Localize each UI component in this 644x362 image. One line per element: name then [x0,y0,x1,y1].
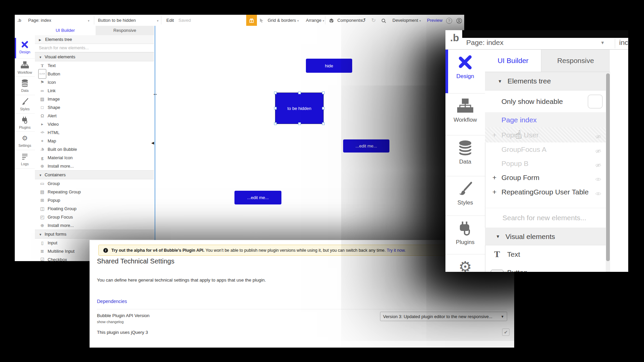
page-selector-caret[interactable]: ▼ [600,40,605,45]
canvas-button-to-be-hidden[interactable]: to be hidden [275,93,324,124]
selection-handle[interactable] [298,122,301,125]
sidebar-item-plugins[interactable]: Plugins [445,216,485,254]
api-version-dropdown[interactable]: ▼ Version 3: Updated plugin editor to th… [380,312,507,321]
selection-handle[interactable] [274,107,277,110]
element-selector-caret[interactable]: ▾ [157,15,159,26]
eye-icon[interactable] [595,175,601,183]
tree-row-page-index[interactable]: Page index [485,112,606,127]
sidebar-item-settings[interactable]: ⚙Settings [15,131,35,150]
tab-responsive[interactable]: Responsive [96,26,154,35]
palette-item-icon[interactable]: ⚑Icon [35,78,154,86]
selection-handle[interactable] [298,92,301,94]
palette-item-popup[interactable]: ⊞Popup [35,196,154,204]
tree-row-popup-b[interactable]: Popup B [485,157,606,171]
help-icon[interactable]: ? [446,15,452,26]
sidebar-item-workflow[interactable]: Workflow [445,93,485,135]
sidebar-item-data[interactable]: Data [15,76,35,95]
grid-borders-menu[interactable]: Grid & borders ▾ [268,15,299,26]
gift-button[interactable] [246,15,257,26]
scrollbar-thumb[interactable] [606,73,610,261]
elements-tree-toggle[interactable]: ▼ Elements tree [485,72,606,90]
selection-handle[interactable] [322,107,325,110]
pointer-tool[interactable] [260,15,264,26]
arrange-menu[interactable]: Arrange ▾ [306,15,324,26]
eye-icon[interactable] [595,189,601,197]
preview-button[interactable]: Preview [427,15,442,26]
palette-item-image[interactable]: ▨Image [35,95,154,103]
eye-slash-icon[interactable] [595,147,601,155]
sidebar-item-design[interactable]: Design [445,50,485,94]
edit-menu[interactable]: Edit [166,15,174,26]
section-header-containers[interactable]: ▼Containers [35,170,154,179]
selection-handle[interactable] [274,92,277,94]
palette-item-material-icon[interactable]: gMaterial Icon [35,154,154,162]
expand-plus-icon[interactable]: + [492,131,496,139]
sidebar-item-styles[interactable]: Styles [15,95,35,114]
tree-row-repeatinggroup-user-table[interactable]: +RepeatingGroup User Table [485,185,606,199]
palette-item-floating-group[interactable]: ◫Floating Group [35,204,154,213]
tab-ui-builder[interactable]: UI Builder [485,50,541,72]
palette-item-group-focus[interactable]: ◰Group Focus [35,213,154,221]
selection-handle[interactable] [322,122,325,125]
tab-ui-builder[interactable]: UI Builder [35,26,96,35]
expand-plus-icon[interactable]: + [492,188,496,196]
tab-responsive[interactable]: Responsive [541,50,610,72]
palette-item-repeating-group[interactable]: ▤Repeating Group [35,188,154,196]
eye-slash-icon[interactable] [595,161,601,169]
palette-item-video[interactable]: ►Video [35,120,154,128]
palette-item-text[interactable]: TText [35,61,154,70]
palette-item-install-more[interactable]: ⊕Install more... [35,221,154,230]
palette-item-button[interactable]: CLICKButton [485,263,606,272]
sidebar-item-settings[interactable]: ⚙ [445,254,485,272]
palette-item-text[interactable]: TText [485,245,606,263]
redo-icon[interactable]: ↻ [371,15,376,26]
canvas-button-edit-me[interactable]: ...edit me... [234,191,281,204]
expand-plus-icon[interactable]: + [492,174,496,182]
design-canvas[interactable]: ↔ hideto be hidden...edit me......edit m… [154,26,464,261]
user-avatar-icon[interactable] [456,15,462,26]
elements-tree-toggle[interactable]: ▶ Elements tree [35,35,154,44]
search-input[interactable]: Search for new elements... [35,44,154,52]
palette-item-html[interactable]: </>HTML [35,128,154,137]
sidebar-item-design[interactable]: Design [15,38,35,59]
page-selector-caret[interactable]: ▾ [88,15,90,26]
palette-item-built-on-bubble[interactable]: .bBuilt on Bubble [35,145,154,154]
palette-item-install-more[interactable]: ⊕Install more... [35,162,154,170]
selection-handle[interactable] [322,92,325,94]
canvas-button-edit-me[interactable]: ...edit me... [343,139,389,153]
palette-item-shape[interactable]: □Shape [35,103,154,112]
tree-row-popup-user[interactable]: +Popup User [485,127,606,142]
search-input[interactable]: Search for new elements... [485,208,606,228]
undo-icon[interactable]: ↺ [361,15,366,26]
page-selector[interactable]: Page: index [466,39,503,47]
jquery-checkbox[interactable]: ✔ [502,328,509,336]
sidebar-item-workflow[interactable]: Workflow [15,58,35,77]
palette-item-button[interactable]: CLICKButton [35,70,154,78]
canvas-button-hide[interactable]: hide [306,59,352,73]
selection-handle[interactable] [274,122,277,125]
sidebar-item-data[interactable]: Data [445,135,485,176]
element-selector[interactable]: Button to be hidden [98,15,136,26]
visual-elements-header[interactable]: ▼ Visual elements [485,228,606,245]
page-selector[interactable]: Page: index [28,15,51,26]
tree-row-group-form[interactable]: +Group Form [485,171,606,185]
components-button[interactable]: Components [329,15,362,26]
sidebar-item-plugins[interactable]: Plugins [15,113,35,132]
panel-collapse-icon[interactable]: ◀ [151,141,154,145]
palette-item-alert[interactable]: ΩAlert [35,112,154,120]
environment-selector[interactable]: Development ▾ [392,15,421,26]
scrollbar[interactable] [606,72,610,272]
section-header-visual-elements[interactable]: ▼Visual elements [35,52,154,61]
eye-slash-icon[interactable] [595,132,601,140]
section-header-input-forms[interactable]: ▼Input forms [35,230,154,239]
only-show-hideable-checkbox[interactable] [588,95,603,109]
palette-item-group[interactable]: ▭Group [35,179,154,188]
sidebar-item-styles[interactable]: Styles [445,176,485,216]
palette-item-map[interactable]: ⌖Map [35,137,154,145]
show-changelog-link[interactable]: show changelog [97,320,124,324]
sidebar-item-logs[interactable]: Logs [15,150,35,169]
try-it-now-link[interactable]: Try it now. [387,248,406,253]
tree-row-groupfocus-a[interactable]: GroupFocus A [485,142,606,157]
search-icon[interactable] [381,15,386,26]
palette-item-link[interactable]: ∞Link [35,86,154,95]
